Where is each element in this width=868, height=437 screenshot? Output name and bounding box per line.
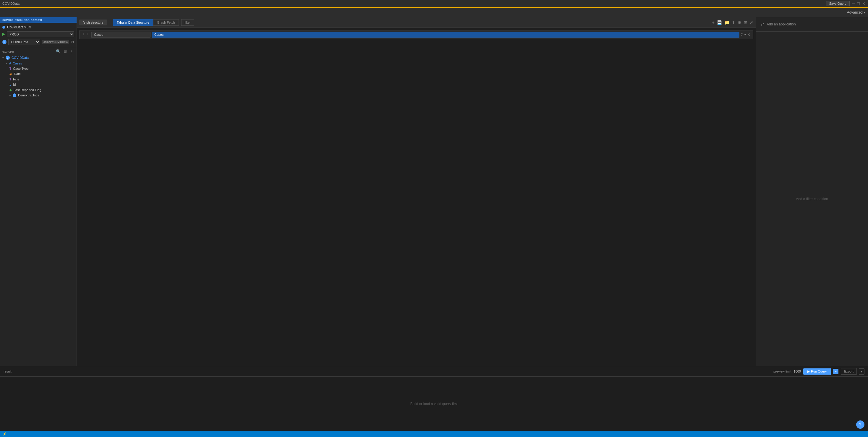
domain-badge: domain::COVIDData [42, 40, 69, 44]
app-title: COVIDData [2, 2, 20, 5]
layout-adjust-icon[interactable]: ⊟ [63, 49, 67, 54]
maximize-icon[interactable]: □ [857, 1, 860, 6]
covid-data-select[interactable]: COVIDData [8, 39, 40, 45]
settings-structure-icon[interactable]: ⚙ [738, 20, 741, 25]
refresh-button[interactable]: ↻ [71, 40, 74, 44]
more-options-icon[interactable]: ⋮ [69, 49, 74, 54]
last-reported-label: Last Reported Flag [13, 88, 41, 92]
result-area: result preview limit 1000 ▶ Run Query ▾ … [0, 366, 868, 431]
id-label: Id [13, 83, 16, 86]
add-application-area[interactable]: ⇄ Add an application [756, 17, 868, 32]
add-app-text: Add an application [767, 22, 796, 26]
drag-handle-icon[interactable]: ⋮⋮ [82, 33, 89, 37]
sigma-button[interactable]: Σ [741, 32, 743, 37]
tree-last-reported-item[interactable]: ◆ Last Reported Flag ⊕ ⚙ [0, 87, 76, 93]
result-controls: preview limit 1000 ▶ Run Query ▾ Export … [773, 368, 864, 375]
explorer-header: explorer 🔍 ⊟ ⋮ [0, 47, 76, 55]
top-bar: COVIDData Save Query ─ □ ✕ [0, 0, 868, 8]
advanced-dropdown-icon: ▾ [864, 10, 866, 14]
chevron-down-icon: ▾ [2, 56, 4, 59]
tree-date-item[interactable]: ◉ Date ⊕ ⚙ [0, 71, 76, 76]
run-icon: ▶ [807, 370, 810, 373]
tree-root-item[interactable]: ▾ C COVIDData [0, 55, 76, 61]
prod-select[interactable]: PROD [7, 31, 74, 37]
query-area: ⋮⋮ Σ ▾ ✕ [77, 28, 756, 366]
grid-icon[interactable]: ⊞ [744, 20, 747, 25]
result-label: result [4, 370, 11, 373]
fetch-structure-tab[interactable]: fetch structure [79, 20, 107, 25]
query-dropdown-button[interactable]: ▾ [744, 33, 746, 36]
tree-id-item[interactable]: # Id ⊕ ⚙ [0, 82, 76, 87]
tree-root-label: COVIDData [11, 56, 29, 59]
tree-fips-item[interactable]: T Fips ⊕ ⚙ [0, 76, 76, 82]
service-context-label: service execution context [2, 18, 42, 22]
tabular-data-structure-tab[interactable]: Tabular Data Structure [113, 19, 153, 26]
preview-limit-value: 1000 [794, 370, 801, 373]
date-label: Date [14, 72, 21, 76]
fips-type-icon: T [9, 78, 11, 81]
root-c-icon: C [6, 56, 10, 60]
tree-cases-item[interactable]: ▸ # Cases ⊕ ⚙ [0, 61, 76, 66]
explorer-section: explorer 🔍 ⊟ ⋮ ▾ C COVIDData ▸ # Cases ⊕… [0, 47, 76, 98]
close-icon[interactable]: ✕ [862, 1, 866, 6]
folder-structure-icon[interactable]: 📁 [724, 20, 730, 25]
top-bar-actions: Save Query ─ □ ✕ [826, 1, 866, 6]
demographics-label: Demographics [18, 93, 39, 97]
c-badge-icon: C [2, 40, 6, 44]
save-structure-icon[interactable]: 💾 [717, 20, 722, 25]
covid-data-row: C COVIDData domain::COVIDData ↻ [0, 38, 76, 46]
date-type-icon: ◉ [9, 72, 12, 76]
chevron-right-icon: ▸ [6, 62, 7, 65]
help-button[interactable]: ? [856, 420, 864, 429]
prod-icon [2, 33, 5, 36]
case-type-icon: T [9, 67, 11, 70]
minimize-icon[interactable]: ─ [852, 1, 855, 6]
structure-tabs: Tabular Data Structure Graph Fetch [113, 19, 179, 26]
toolbar-icons: + 💾 📁 ⬆ ⚙ ⊞ ⤢ [712, 20, 753, 25]
center-panel: fetch structure Tabular Data Structure G… [77, 17, 756, 366]
filter-placeholder: Add a filter condition [796, 197, 828, 201]
export-button[interactable]: Export [841, 368, 857, 375]
service-context-bar: service execution context [0, 17, 76, 23]
connection-section: CovidDataMulti PROD C COVIDData domain::… [0, 23, 76, 47]
covid-data-multi-row[interactable]: CovidDataMulti [0, 24, 76, 30]
tree-demographics-item[interactable]: ▸ C Demographics ⚙ [0, 93, 76, 98]
graph-fetch-tab[interactable]: Graph Fetch [153, 19, 179, 26]
fetch-tabs-bar: fetch structure Tabular Data Structure G… [77, 17, 756, 28]
demographics-chevron-icon: ▸ [9, 94, 11, 97]
result-body: Build or load a valid query first [0, 377, 868, 431]
advanced-button[interactable]: Advanced ▾ [847, 10, 866, 14]
filter-content: Add a filter condition [756, 32, 868, 366]
advanced-label: Advanced [847, 10, 863, 14]
search-icon[interactable]: 🔍 [55, 49, 61, 54]
id-type-icon: # [9, 83, 11, 86]
last-reported-type-icon: ◆ [9, 88, 12, 92]
covid-data-multi-label: CovidDataMulti [7, 25, 31, 29]
run-query-label: Run Query [811, 370, 827, 373]
sidebar: service execution context CovidDataMulti… [0, 17, 77, 366]
preview-limit-label: preview limit [773, 370, 792, 373]
query-value-input[interactable] [152, 32, 739, 37]
cases-type-icon: # [9, 62, 11, 65]
run-query-dropdown-button[interactable]: ▾ [833, 369, 838, 374]
main-area: service execution context CovidDataMulti… [0, 17, 868, 366]
filter-tab[interactable]: filter [181, 19, 194, 26]
add-icon[interactable]: + [712, 20, 715, 25]
cases-label: Cases [13, 62, 22, 65]
tree-case-type-item[interactable]: T Case Type ⊕ ⚙ [0, 66, 76, 71]
case-type-label: Case Type [13, 67, 28, 70]
bottom-bar-icon[interactable]: ⚡ [2, 432, 7, 436]
query-row: ⋮⋮ Σ ▾ ✕ [79, 30, 753, 39]
query-label-input[interactable] [91, 32, 151, 37]
save-query-button[interactable]: Save Query [826, 1, 850, 6]
export-dropdown-button[interactable]: ▾ [859, 368, 864, 375]
right-panel: ⇄ Add an application Add a filter condit… [756, 17, 868, 366]
explorer-label: explorer [2, 50, 54, 53]
upload-icon[interactable]: ⬆ [732, 20, 735, 25]
run-query-button[interactable]: ▶ Run Query [803, 368, 831, 375]
expand-structure-icon[interactable]: ⤢ [750, 20, 753, 25]
demographics-c-icon: C [13, 93, 16, 97]
bottom-bar: ⚡ [0, 431, 868, 437]
close-query-button[interactable]: ✕ [747, 32, 751, 37]
add-app-icon: ⇄ [761, 22, 764, 27]
